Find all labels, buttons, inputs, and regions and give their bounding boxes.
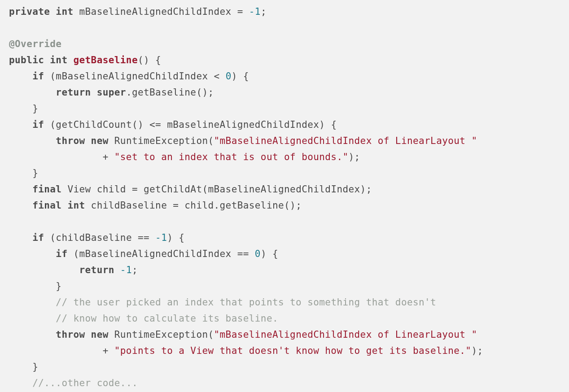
code-block: private int mBaselineAlignedChildIndex =… — [0, 0, 569, 392]
